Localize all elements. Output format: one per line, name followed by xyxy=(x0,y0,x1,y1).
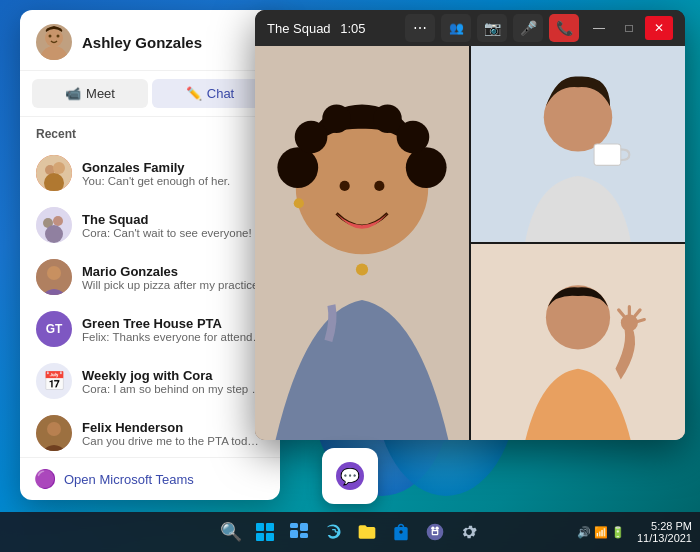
titlebar-left: The Squad 1:05 xyxy=(267,21,366,36)
date: 11/13/2021 xyxy=(637,532,692,544)
chat-header: Ashley Gonzales xyxy=(20,10,280,71)
contact-text: Felix Henderson Can you drive me to the … xyxy=(82,420,264,447)
svg-point-7 xyxy=(49,35,52,38)
duration: 1:05 xyxy=(340,21,365,36)
svg-rect-56 xyxy=(300,523,308,531)
chat-tabs: 📹 Meet ✏️ Chat xyxy=(20,71,280,117)
time: 5:28 PM xyxy=(637,520,692,532)
taskbar-store[interactable] xyxy=(385,516,417,548)
contact-msg: Can you drive me to the PTA today? xyxy=(82,435,264,447)
svg-point-61 xyxy=(431,527,434,530)
svg-point-5 xyxy=(40,46,68,60)
taskbar-right: 🔊 📶 🔋 5:28 PM 11/13/2021 xyxy=(577,520,692,544)
svg-point-6 xyxy=(45,29,63,47)
svg-rect-54 xyxy=(266,533,274,541)
svg-text:💬: 💬 xyxy=(340,467,360,486)
list-item[interactable]: The Squad Cora: Can't wait to see everyo… xyxy=(28,199,272,251)
titlebar-controls: — □ ✕ xyxy=(585,16,673,40)
svg-point-41 xyxy=(397,121,430,154)
contact-msg: Cora: Can't wait to see everyone! xyxy=(82,227,264,239)
initials: GT xyxy=(46,322,63,336)
svg-point-45 xyxy=(374,181,384,191)
svg-point-8 xyxy=(57,35,60,38)
list-item[interactable]: Mario Gonzales Will pick up pizza after … xyxy=(28,251,272,303)
svg-line-34 xyxy=(637,320,644,322)
avatar: 📅 xyxy=(36,363,72,399)
list-item[interactable]: Gonzales Family You: Can't get enough of… xyxy=(28,147,272,199)
chat-label: Chat xyxy=(207,86,234,101)
avatar: GT xyxy=(36,311,72,347)
chat-panel: Ashley Gonzales 📹 Meet ✏️ Chat Recent xyxy=(20,10,280,500)
svg-point-15 xyxy=(53,216,63,226)
chat-edit-icon: ✏️ xyxy=(186,86,202,101)
avatar xyxy=(36,155,72,191)
video-tile-2 xyxy=(471,244,685,440)
svg-point-59 xyxy=(427,524,444,541)
contact-text: The Squad Cora: Can't wait to see everyo… xyxy=(82,212,264,239)
video-title: The Squad 1:05 xyxy=(267,21,366,36)
avatar xyxy=(36,24,72,60)
taskbar-teams[interactable] xyxy=(419,516,451,548)
camera-btn[interactable]: 📷 xyxy=(477,14,507,42)
contact-name: Green Tree House PTA xyxy=(82,316,264,331)
teams-floating-icon[interactable]: 💬 xyxy=(322,448,378,504)
participants-btn[interactable]: 👥 xyxy=(441,14,471,42)
taskbar-settings[interactable] xyxy=(453,516,485,548)
contact-msg: Will pick up pizza after my practice. xyxy=(82,279,264,291)
svg-point-47 xyxy=(356,263,368,275)
svg-point-38 xyxy=(277,147,318,188)
taskbar-start[interactable] xyxy=(249,516,281,548)
svg-point-39 xyxy=(406,147,447,188)
video-controls: ⋯ 👥 📷 🎤 📞 xyxy=(405,14,579,42)
avatar xyxy=(36,207,72,243)
svg-point-46 xyxy=(294,198,304,208)
video-grid xyxy=(255,46,685,440)
video-tile-1 xyxy=(471,46,685,242)
svg-point-42 xyxy=(322,104,351,133)
user-name: Ashley Gonzales xyxy=(82,34,202,51)
contact-name: Weekly jog with Cora xyxy=(82,368,264,383)
taskbar: 🔍 xyxy=(0,512,700,552)
svg-point-11 xyxy=(53,162,65,174)
taskbar-search[interactable]: 🔍 xyxy=(215,516,247,548)
maximize-btn[interactable]: □ xyxy=(615,16,643,40)
contact-text: Mario Gonzales Will pick up pizza after … xyxy=(82,264,264,291)
contact-msg: Cora: I am so behind on my step goals. xyxy=(82,383,264,395)
minimize-btn[interactable]: — xyxy=(585,16,613,40)
meet-icon: 📹 xyxy=(65,86,81,101)
close-btn[interactable]: ✕ xyxy=(645,16,673,40)
svg-rect-55 xyxy=(290,523,298,528)
contact-name: Felix Henderson xyxy=(82,420,264,435)
end-call-btn[interactable]: 📞 xyxy=(549,14,579,42)
avatar xyxy=(36,259,72,295)
svg-point-60 xyxy=(435,527,438,530)
open-teams-label: Open Microsoft Teams xyxy=(64,472,194,487)
svg-point-18 xyxy=(47,266,61,280)
tab-meet[interactable]: 📹 Meet xyxy=(32,79,148,108)
more-options-btn[interactable]: ⋯ xyxy=(405,14,435,42)
svg-rect-57 xyxy=(290,530,298,538)
svg-rect-58 xyxy=(300,533,308,538)
taskbar-explorer[interactable] xyxy=(351,516,383,548)
list-item[interactable]: Felix Henderson Can you drive me to the … xyxy=(28,407,272,457)
svg-point-44 xyxy=(340,181,350,191)
contact-name: Gonzales Family xyxy=(82,160,264,175)
contact-text: Green Tree House PTA Felix: Thanks every… xyxy=(82,316,264,343)
tab-chat[interactable]: ✏️ Chat xyxy=(152,79,268,108)
list-item[interactable]: 📅 Weekly jog with Cora Cora: I am so beh… xyxy=(28,355,272,407)
svg-rect-52 xyxy=(266,523,274,531)
svg-point-20 xyxy=(47,422,61,436)
taskbar-edge[interactable] xyxy=(317,516,349,548)
list-item[interactable]: GT Green Tree House PTA Felix: Thanks ev… xyxy=(28,303,272,355)
mic-btn[interactable]: 🎤 xyxy=(513,14,543,42)
svg-rect-51 xyxy=(256,523,264,531)
open-teams-footer[interactable]: 🟣 Open Microsoft Teams xyxy=(20,457,280,500)
teams-footer-icon: 🟣 xyxy=(34,468,56,490)
system-tray: 🔊 📶 🔋 xyxy=(577,526,625,539)
svg-point-16 xyxy=(45,225,63,243)
avatar xyxy=(36,415,72,451)
svg-point-43 xyxy=(373,104,402,133)
clock[interactable]: 5:28 PM 11/13/2021 xyxy=(637,520,692,544)
svg-rect-26 xyxy=(594,144,621,165)
taskbar-widgets[interactable] xyxy=(283,516,315,548)
